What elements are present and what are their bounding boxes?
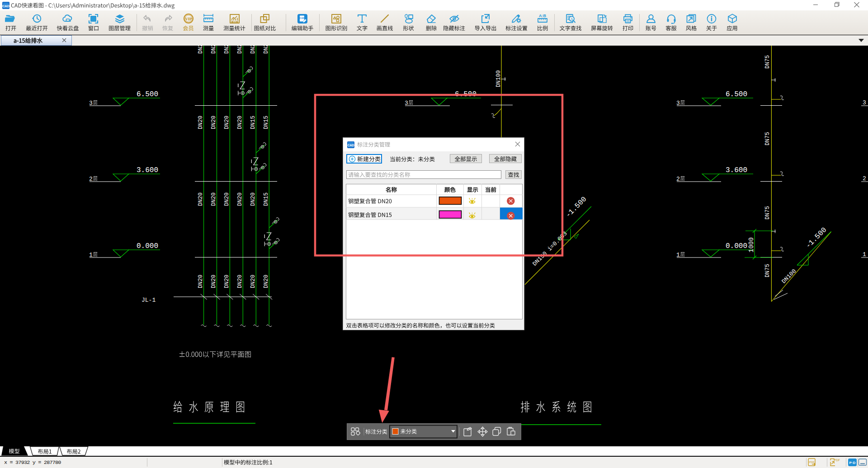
svg-text:PDF: PDF [834,459,840,462]
svg-text:PDF: PDF [809,461,815,463]
svg-text:P·D: P·D [849,461,856,465]
